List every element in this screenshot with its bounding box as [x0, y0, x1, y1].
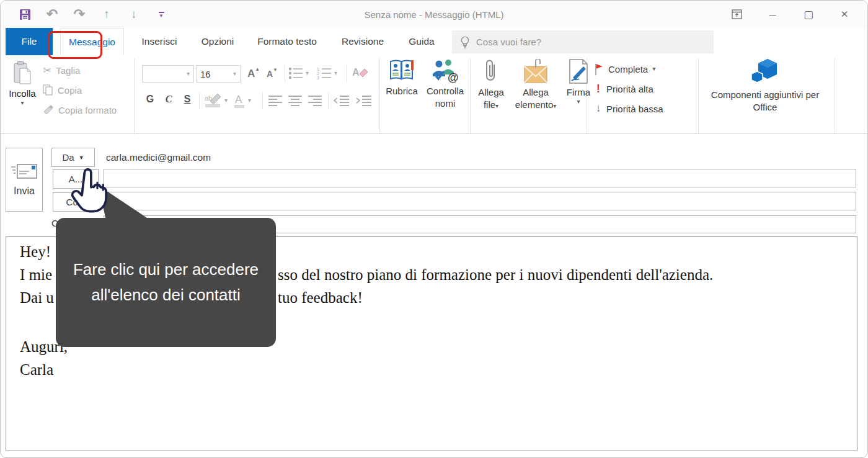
- from-button[interactable]: Da ▼: [51, 148, 95, 167]
- attach-item-button[interactable]: Allega elemento▾: [510, 59, 561, 111]
- send-label: Invia: [14, 186, 35, 197]
- clipboard-icon: [12, 60, 32, 85]
- address-book-icon: [389, 59, 414, 83]
- format-painter-button[interactable]: Copia formato: [43, 102, 117, 117]
- undo-icon[interactable]: ↶: [45, 7, 59, 21]
- separator: [347, 65, 347, 83]
- align-right-button[interactable]: [308, 95, 322, 106]
- separator: [285, 65, 285, 83]
- bold-label: G: [146, 94, 154, 105]
- move-down-icon[interactable]: ↓: [127, 7, 141, 21]
- font-size-combo[interactable]: 16 ▾: [196, 65, 241, 83]
- caret-down-icon: ▾: [20, 100, 24, 106]
- paste-label: Incolla: [9, 88, 35, 100]
- customize-qat-icon[interactable]: ▼: [154, 7, 168, 21]
- tab-inserisci[interactable]: Inserisci: [131, 28, 188, 55]
- signature-button[interactable]: Firma ▾: [562, 59, 595, 105]
- to-button-highlight: [48, 31, 102, 59]
- italic-button[interactable]: C: [162, 94, 175, 105]
- close-button[interactable]: ✕: [826, 2, 862, 27]
- high-importance-button[interactable]: ! Priorità alta: [595, 81, 653, 96]
- address-book-label: Rubrica: [386, 85, 418, 97]
- grow-font-button[interactable]: A▲: [245, 65, 262, 83]
- minimize-button[interactable]: ─: [755, 2, 790, 27]
- maximize-button[interactable]: ▢: [790, 2, 826, 27]
- tab-guida[interactable]: Guida: [399, 28, 445, 55]
- check-names-button[interactable]: @ Controlla nomi: [422, 59, 468, 110]
- low-importance-label: Priorità bassa: [606, 104, 663, 114]
- body-line: Carla: [20, 361, 53, 379]
- signature-icon: [568, 59, 589, 84]
- body-line: I mie: [20, 266, 52, 284]
- save-icon[interactable]: [18, 7, 32, 21]
- svg-text:A: A: [235, 94, 242, 106]
- send-button[interactable]: Invia: [6, 148, 43, 212]
- body-line: Hey!: [20, 243, 51, 261]
- attach-item-icon: [523, 59, 548, 84]
- redo-icon[interactable]: ↷: [73, 7, 86, 21]
- signature-label: Firma: [567, 86, 590, 99]
- quick-access-toolbar: ↶ ↷ ↑ ↓ ▼: [18, 1, 168, 28]
- svg-text:2: 2: [317, 71, 319, 76]
- attach-file-button[interactable]: Allega file▾: [474, 59, 508, 111]
- numbering-button[interactable]: 123 ▾: [317, 66, 337, 80]
- flag-icon: [595, 63, 604, 75]
- office-addins-icon: [749, 58, 781, 86]
- body-line-fragment: sso del nostro piano di formazione per i…: [278, 266, 713, 284]
- shrink-font-button[interactable]: A▼: [264, 65, 281, 83]
- from-address: carla.medici@gmail.com: [106, 152, 211, 163]
- search-input[interactable]: [476, 37, 687, 47]
- office-addins-button[interactable]: Componenti aggiuntivi per Office: [706, 58, 824, 114]
- increase-indent-button[interactable]: [355, 95, 371, 106]
- follow-up-button[interactable]: Completa ▾: [595, 61, 655, 76]
- follow-up-label: Completa: [608, 64, 648, 74]
- clear-formatting-button[interactable]: A: [352, 65, 368, 80]
- attach-file-label: Allega file▾: [474, 86, 508, 111]
- underline-button[interactable]: S: [180, 94, 194, 105]
- svg-text:@: @: [448, 71, 459, 83]
- separator: [262, 92, 263, 110]
- tab-file[interactable]: File: [6, 28, 53, 55]
- title-bar: ↶ ↷ ↑ ↓ ▼ Senza nome - Messaggio (HTML) …: [1, 1, 867, 28]
- address-book-button[interactable]: Rubrica: [383, 59, 421, 97]
- font-color-button[interactable]: A ▾: [232, 92, 251, 109]
- outlook-message-window: ↶ ↷ ↑ ↓ ▼ Senza nome - Messaggio (HTML) …: [0, 0, 868, 458]
- low-importance-icon: ↓: [595, 102, 602, 115]
- svg-text:A: A: [352, 67, 360, 78]
- caret-down-icon: ▾: [248, 97, 251, 104]
- font-name-combo[interactable]: ▾: [142, 65, 194, 83]
- move-up-icon[interactable]: ↑: [100, 7, 113, 21]
- tab-revisione[interactable]: Revisione: [330, 28, 395, 55]
- hand-cursor-icon: [71, 168, 107, 213]
- ribbon-display-options-icon[interactable]: [719, 2, 755, 27]
- coach-tooltip: Fare clic qui per accedere all'elenco de…: [56, 218, 276, 347]
- caret-down-icon: ▾: [495, 102, 498, 109]
- tab-opzioni[interactable]: Opzioni: [190, 28, 246, 55]
- font-size-value: 16: [200, 69, 211, 79]
- attach-item-label: Allega elemento▾: [510, 86, 561, 111]
- caret-solid-icon: ▼: [79, 155, 84, 161]
- window-controls: ─ ▢ ✕: [719, 1, 862, 28]
- align-center-button[interactable]: [288, 95, 302, 106]
- format-painter-label: Copia formato: [58, 105, 117, 115]
- bullets-button[interactable]: ▾: [288, 66, 309, 80]
- send-envelope-icon: [11, 163, 38, 179]
- paperclip-icon: [484, 59, 498, 84]
- svg-text:1: 1: [317, 67, 319, 71]
- cc-input[interactable]: [104, 192, 856, 210]
- bold-button[interactable]: G: [143, 94, 157, 105]
- paste-button[interactable]: Incolla ▾: [6, 60, 39, 106]
- align-left-button[interactable]: [268, 95, 282, 106]
- to-input[interactable]: [104, 169, 856, 187]
- copy-button[interactable]: Copia: [43, 83, 82, 97]
- cut-button[interactable]: ✂ Taglia: [43, 63, 80, 78]
- decrease-indent-button[interactable]: [333, 95, 349, 106]
- highlight-button[interactable]: ab ▾: [204, 92, 228, 109]
- tell-me-search[interactable]: [452, 30, 714, 53]
- tab-formato-testo[interactable]: Formato testo: [247, 28, 327, 55]
- italic-label: C: [166, 94, 172, 105]
- caret-down-icon: ▾: [306, 70, 309, 76]
- low-importance-button[interactable]: ↓ Priorità bassa: [595, 101, 663, 116]
- caret-down-icon: ▾: [553, 102, 556, 109]
- check-names-icon: @: [432, 59, 459, 83]
